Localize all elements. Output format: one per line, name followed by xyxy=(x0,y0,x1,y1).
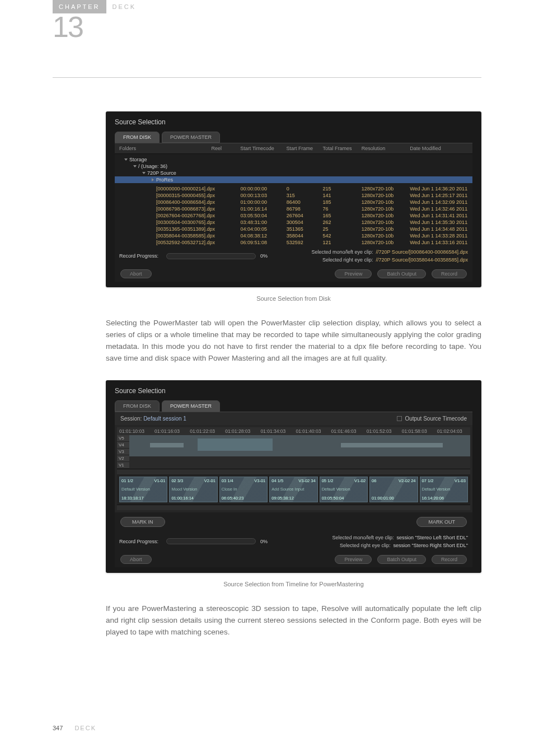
body-paragraph: If you are PowerMastering a stereoscopic… xyxy=(106,603,481,638)
sel-right-value: //720P Source/[00358044-00358585].dpx xyxy=(376,257,468,263)
batch-output-button[interactable]: Batch Output xyxy=(377,555,426,564)
track-area: V5 V4 V3 V2 V1 xyxy=(117,435,470,469)
record-footer: Record Progress: 0% Selected mono/left e… xyxy=(115,531,472,552)
mark-out-button[interactable]: MARK OUT xyxy=(416,517,467,527)
session-value[interactable]: Default session 1 xyxy=(143,416,186,422)
timecode-ruler[interactable]: 01:01:10:0301:01:16:0301:01:22:0301:01:2… xyxy=(117,427,470,435)
tab-from-disk[interactable]: FROM DISK xyxy=(115,132,160,143)
tab-bar: FROM DISK POWER MASTER xyxy=(115,132,472,143)
track-labels: V5 V4 V3 V2 V1 xyxy=(117,435,129,469)
track-v3[interactable]: V3 xyxy=(117,449,129,455)
progress-bar xyxy=(166,538,256,544)
checkbox-icon[interactable] xyxy=(397,416,402,421)
file-row[interactable]: [00300504-00300765].dpx03:48:31:00300504… xyxy=(115,219,472,226)
chapter-number: 13 xyxy=(53,10,481,44)
col-start-tc: Start Timecode xyxy=(240,146,286,151)
caption: Source Selection from Disk xyxy=(106,295,481,302)
chapter-title: DECK xyxy=(106,0,143,13)
clip-thumbnail[interactable]: 01 1/2V1-01Default Version18:33:18:17 xyxy=(119,477,167,502)
column-headers: Folders Reel Start Timecode Start Frame … xyxy=(115,143,472,154)
track-v4[interactable]: V4 xyxy=(117,442,129,449)
col-folders: Folders xyxy=(119,146,211,151)
clip-thumbnails: 01 1/2V1-01Default Version18:33:18:17 02… xyxy=(117,474,470,505)
clip-thumbnail[interactable]: 07 1/2V1-03Default Version16:14:20:06 xyxy=(420,477,468,502)
track-v2[interactable]: V2 xyxy=(117,455,129,462)
sel-right-label: Selected right eye clip: xyxy=(322,257,373,263)
tree-storage[interactable]: Storage xyxy=(115,156,472,163)
file-row[interactable]: [00000000-00000214].dpx00:00:00:00021512… xyxy=(115,185,472,192)
clip-bar[interactable] xyxy=(341,443,443,447)
tree-usage[interactable]: / (Usage: 36) xyxy=(115,163,472,170)
preview-button[interactable]: Preview xyxy=(335,555,372,564)
sel-left-value: //720P Source/[00086400-00086584].dpx xyxy=(376,249,468,255)
body-paragraph: Selecting the PowerMaster tab will open … xyxy=(106,318,481,365)
col-reel: Reel xyxy=(211,146,240,151)
sel-left-value: session "Stereo Left Short EDL" xyxy=(397,535,468,540)
tab-power-master[interactable]: POWER MASTER xyxy=(162,132,220,143)
footer-buttons: Abort Preview Batch Output Record xyxy=(115,266,472,282)
track-v1[interactable]: V1 xyxy=(117,462,129,469)
disclosure-icon xyxy=(142,172,146,174)
clip-thumbnail[interactable]: 04 1/5V3-02 34Add Source Input09:05:38:1… xyxy=(269,477,317,502)
clip-bar[interactable] xyxy=(198,438,273,451)
file-row[interactable]: [00086400-00086584].dpx01:00:00:00864001… xyxy=(115,199,472,206)
clip-thumbnail[interactable]: 06V2-02 2401:00:01:00 xyxy=(369,477,418,502)
batch-output-button[interactable]: Batch Output xyxy=(377,269,426,278)
mark-buttons: MARK IN MARK OUT xyxy=(115,512,472,531)
disclosure-icon xyxy=(124,158,128,161)
col-total: Total Frames xyxy=(322,146,361,151)
folder-tree: Storage / (Usage: 36) 720P Source ProRes xyxy=(115,154,472,185)
screenshot-source-selection-powermaster: Source Selection FROM DISK POWER MASTER … xyxy=(106,380,481,573)
tab-from-disk[interactable]: FROM DISK xyxy=(115,400,160,412)
output-tc-label: Output Source Timecode xyxy=(405,416,467,422)
session-label: Session: xyxy=(120,416,142,422)
record-button[interactable]: Record xyxy=(432,269,467,278)
mini-ruler[interactable] xyxy=(117,469,470,474)
screenshot-source-selection-disk: Source Selection FROM DISK POWER MASTER … xyxy=(106,111,481,287)
footer-label: DECK xyxy=(74,725,96,731)
track-lane[interactable] xyxy=(129,435,470,456)
sel-left-label: Selected mono/left eye clip: xyxy=(311,249,373,255)
tab-bar: FROM DISK POWER MASTER xyxy=(115,400,472,412)
file-row[interactable]: [00267604-00267768].dpx03:05:50:04267604… xyxy=(115,212,472,219)
tab-power-master[interactable]: POWER MASTER xyxy=(162,400,220,412)
disclosure-icon xyxy=(133,165,137,167)
dialog-title: Source Selection xyxy=(115,387,472,395)
record-button[interactable]: Record xyxy=(432,555,467,564)
abort-button[interactable]: Abort xyxy=(120,555,152,564)
preview-button[interactable]: Preview xyxy=(335,269,372,278)
progress-value: 0% xyxy=(260,253,268,259)
file-row[interactable]: [00086798-00086873].dpx01:00:16:14867987… xyxy=(115,206,472,212)
progress-label: Record Progress: xyxy=(119,539,158,544)
progress-label: Record Progress: xyxy=(119,253,158,259)
page-footer: 347 DECK xyxy=(53,725,96,731)
track-v5[interactable]: V5 xyxy=(117,435,129,442)
file-row[interactable]: [00351365-00351389].dpx04:04:00:05351365… xyxy=(115,226,472,232)
file-row[interactable]: [00532592-00532712].dpx06:09:51:08532592… xyxy=(115,239,472,246)
dialog-title: Source Selection xyxy=(115,118,472,126)
clip-thumbnail[interactable]: 02 3/3V2-01Mood Version01:00:16:14 xyxy=(169,477,217,502)
col-res: Resolution xyxy=(362,146,410,151)
col-start-fr: Start Frame xyxy=(287,146,323,151)
mini-ruler[interactable] xyxy=(117,505,470,510)
clip-thumbnail[interactable]: 03 1/4V3-01Close In06:05:40:23 xyxy=(219,477,268,502)
clip-bar[interactable] xyxy=(150,443,184,447)
page-number: 347 xyxy=(53,725,63,731)
file-row[interactable]: [00358044-00358585].dpx04:08:38:12358044… xyxy=(115,232,472,239)
record-footer: Record Progress: 0% Selected mono/left e… xyxy=(115,246,472,266)
tree-720p[interactable]: 720P Source xyxy=(115,170,472,176)
abort-button[interactable]: Abort xyxy=(120,269,152,278)
sel-right-label: Selected right eye clip: xyxy=(340,543,391,548)
divider xyxy=(53,77,481,78)
progress-bar xyxy=(166,253,256,259)
file-row[interactable]: [00000315-00000455].dpx00:00:13:03315141… xyxy=(115,192,472,199)
file-list: [00000000-00000214].dpx00:00:00:00021512… xyxy=(115,185,472,246)
tree-prores[interactable]: ProRes xyxy=(115,176,472,183)
clip-thumbnail[interactable]: 05 1/2V1-02Default Version03:05:50:04 xyxy=(320,477,368,502)
sel-left-label: Selected mono/left eye clip: xyxy=(332,535,394,540)
session-bar: Session: Default session 1 Output Source… xyxy=(115,412,472,425)
mark-in-button[interactable]: MARK IN xyxy=(120,517,165,527)
disclosure-icon xyxy=(152,178,154,181)
sel-right-value: session "Stereo Right Short EDL" xyxy=(394,543,468,548)
progress-value: 0% xyxy=(260,539,268,544)
